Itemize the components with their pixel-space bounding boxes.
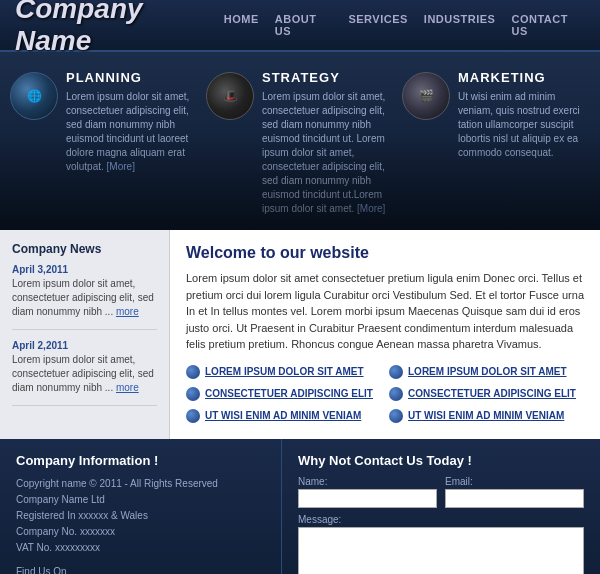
content-link-3[interactable]: CONSECTETUER ADIPISCING ELIT <box>408 388 576 399</box>
link-item-0: LOREM IPSUM DOLOR SIT AMET <box>186 363 381 381</box>
news-date-1: April 2,2011 <box>12 340 157 351</box>
hero-section: 🌐 PLANNING Lorem ipsum dolor sit amet, c… <box>0 52 600 230</box>
content-link-0[interactable]: LOREM IPSUM DOLOR SIT AMET <box>205 366 364 377</box>
link-bullet-4 <box>186 409 200 423</box>
hero-card-2: 🎬 MARKETING Ut wisi enim ad minim veniam… <box>402 70 590 216</box>
content-link-5[interactable]: UT WISI ENIM AD MINIM VENIAM <box>408 410 564 421</box>
main-content: Company News April 3,2011 Lorem ipsum do… <box>0 230 600 439</box>
hero-icon-1: 🎩 <box>206 72 254 120</box>
name-label: Name: <box>298 476 437 487</box>
message-label: Message: <box>298 514 584 525</box>
hero-title-1: STRATEGY <box>262 70 394 85</box>
main-content-area: Welcome to our website Lorem ipsum dolor… <box>170 230 600 439</box>
find-us-label: Find Us On <box>16 564 265 575</box>
email-group: Email: <box>445 476 584 508</box>
link-bullet-0 <box>186 365 200 379</box>
hero-title-2: MARKETING <box>458 70 590 85</box>
nav-item-services[interactable]: SERVICES <box>346 9 409 41</box>
link-bullet-1 <box>389 365 403 379</box>
hero-text-0: PLANNING Lorem ipsum dolor sit amet, con… <box>66 70 198 174</box>
name-input[interactable] <box>298 489 437 508</box>
footer-info-line-0: Copyright name © 2011 - All Rights Reser… <box>16 476 265 492</box>
hero-text-2: MARKETING Ut wisi enim ad minim veniam, … <box>458 70 590 160</box>
email-label: Email: <box>445 476 584 487</box>
logo: Company Name <box>15 0 222 57</box>
content-title: Welcome to our website <box>186 244 584 262</box>
hero-body-1: Lorem ipsum dolor sit amet, consectetuer… <box>262 90 394 216</box>
hero-more-0[interactable]: [More] <box>107 161 135 172</box>
link-item-5: UT WISI ENIM AD MINIM VENIAM <box>389 407 584 425</box>
name-group: Name: <box>298 476 437 508</box>
footer-info: Company Information ! Copyright name © 2… <box>0 439 282 575</box>
link-bullet-3 <box>389 387 403 401</box>
footer-info-line-3: Company No. xxxxxxx <box>16 524 265 540</box>
hero-icon-0: 🌐 <box>10 72 58 120</box>
content-link-1[interactable]: LOREM IPSUM DOLOR SIT AMET <box>408 366 567 377</box>
footer-contact: Why Not Contact Us Today ! Name: Email: … <box>282 439 600 575</box>
hero-more-1[interactable]: [More] <box>357 203 385 214</box>
name-email-row: Name: Email: <box>298 476 584 508</box>
news-text-1: Lorem ipsum dolor sit amet, consectetuer… <box>12 353 157 395</box>
footer-info-line-1: Company Name Ltd <box>16 492 265 508</box>
news-item-1: April 2,2011 Lorem ipsum dolor sit amet,… <box>12 340 157 406</box>
hero-icon-2: 🎬 <box>402 72 450 120</box>
nav-item-contact-us[interactable]: CONTACT US <box>509 9 585 41</box>
contact-form: Name: Email: Message: Submit Reset <box>298 476 584 575</box>
content-link-2[interactable]: CONSECTETUER ADIPISCING ELIT <box>205 388 373 399</box>
footer-contact-title: Why Not Contact Us Today ! <box>298 453 584 468</box>
link-item-2: CONSECTETUER ADIPISCING ELIT <box>186 385 381 403</box>
sidebar: Company News April 3,2011 Lorem ipsum do… <box>0 230 170 439</box>
content-intro: Lorem ipsum dolor sit amet consectetuer … <box>186 270 584 353</box>
hero-title-0: PLANNING <box>66 70 198 85</box>
news-text-0: Lorem ipsum dolor sit amet, consectetuer… <box>12 277 157 319</box>
link-bullet-2 <box>186 387 200 401</box>
header: Company Name HOMEABOUT USSERVICESINDUSTR… <box>0 0 600 52</box>
nav-item-about-us[interactable]: ABOUT US <box>273 9 335 41</box>
nav-item-home[interactable]: HOME <box>222 9 261 41</box>
footer-info-lines: Copyright name © 2011 - All Rights Reser… <box>16 476 265 556</box>
email-input[interactable] <box>445 489 584 508</box>
message-textarea[interactable] <box>298 527 584 575</box>
news-item-0: April 3,2011 Lorem ipsum dolor sit amet,… <box>12 264 157 330</box>
link-item-3: CONSECTETUER ADIPISCING ELIT <box>389 385 584 403</box>
sidebar-title: Company News <box>12 242 157 256</box>
footer-info-title: Company Information ! <box>16 453 265 468</box>
nav-item-industries[interactable]: INDUSTRIES <box>422 9 498 41</box>
news-list: April 3,2011 Lorem ipsum dolor sit amet,… <box>12 264 157 406</box>
news-more-0[interactable]: more <box>116 306 139 317</box>
link-bullet-5 <box>389 409 403 423</box>
link-grid: LOREM IPSUM DOLOR SIT AMET LOREM IPSUM D… <box>186 363 584 425</box>
hero-body-0: Lorem ipsum dolor sit amet, consectetuer… <box>66 90 198 174</box>
footer-info-line-4: VAT No. xxxxxxxxx <box>16 540 265 556</box>
news-more-1[interactable]: more <box>116 382 139 393</box>
footer: Company Information ! Copyright name © 2… <box>0 439 600 575</box>
message-group: Message: <box>298 514 584 575</box>
footer-info-line-2: Registered In xxxxxx & Wales <box>16 508 265 524</box>
main-nav: HOMEABOUT USSERVICESINDUSTRIESCONTACT US <box>222 9 585 41</box>
link-item-1: LOREM IPSUM DOLOR SIT AMET <box>389 363 584 381</box>
hero-card-0: 🌐 PLANNING Lorem ipsum dolor sit amet, c… <box>10 70 198 216</box>
hero-card-1: 🎩 STRATEGY Lorem ipsum dolor sit amet, c… <box>206 70 394 216</box>
hero-text-1: STRATEGY Lorem ipsum dolor sit amet, con… <box>262 70 394 216</box>
content-link-4[interactable]: UT WISI ENIM AD MINIM VENIAM <box>205 410 361 421</box>
link-item-4: UT WISI ENIM AD MINIM VENIAM <box>186 407 381 425</box>
news-date-0: April 3,2011 <box>12 264 157 275</box>
hero-body-2: Ut wisi enim ad minim veniam, quis nostr… <box>458 90 590 160</box>
